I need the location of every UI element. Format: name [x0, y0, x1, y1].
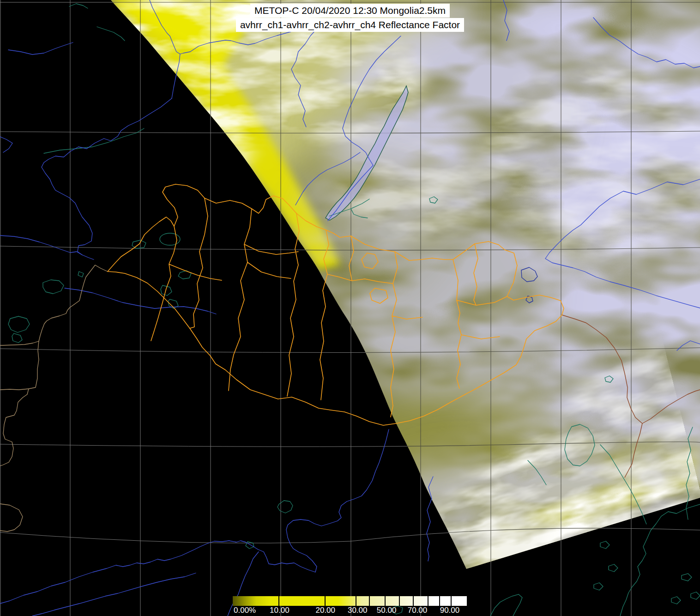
colorbar-tick — [369, 596, 370, 606]
colorbar-label: 90.00 — [440, 606, 460, 615]
colorbar-tick — [356, 596, 356, 606]
colorbar-label: 70.00 — [408, 606, 428, 615]
colorbar-label: 50.00 — [377, 606, 397, 615]
colorbar-tick — [278, 596, 279, 606]
colorbar-label: 0.00% — [234, 606, 256, 615]
colorbar-label: 30.00 — [348, 606, 368, 615]
colorbar-tick — [451, 596, 452, 606]
colorbar-label: 10.00 — [270, 606, 290, 615]
map-canvas — [0, 0, 700, 616]
colorbar-tick — [325, 596, 326, 606]
satellite-product-image: METOP-C 20/04/2020 12:30 Mongolia2.5km a… — [0, 0, 700, 616]
colorbar-tick — [439, 596, 440, 606]
colorbar-tick — [413, 596, 414, 606]
colorbar-tick — [385, 596, 386, 606]
colorbar-label: 20.00 — [315, 606, 335, 615]
colorbar-labels: 0.00%10.0020.0030.0050.0070.0090.00 — [233, 606, 467, 615]
colorbar-tick — [399, 596, 400, 606]
reflectance-colorbar — [233, 596, 467, 606]
colorbar-tick — [428, 596, 428, 606]
